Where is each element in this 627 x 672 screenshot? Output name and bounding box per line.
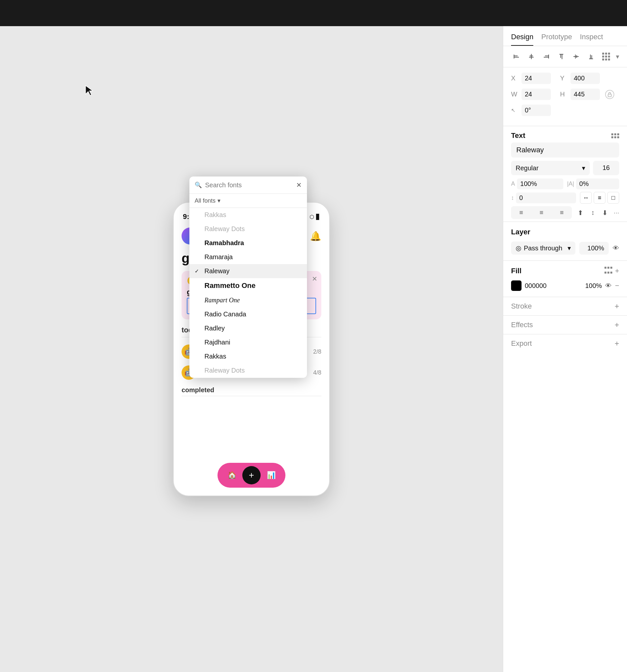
effects-section: Effects + bbox=[503, 315, 627, 334]
font-item-raleway-dots-1[interactable]: Raleway Dots bbox=[190, 222, 307, 236]
layer-visibility-icon[interactable]: 👁 bbox=[612, 244, 619, 252]
tab-inspect[interactable]: Inspect bbox=[580, 33, 603, 46]
fill-hex-value[interactable]: 000000 bbox=[525, 282, 582, 290]
y-field[interactable]: 400 bbox=[571, 73, 600, 84]
font-search-input[interactable] bbox=[205, 182, 293, 189]
task-count: 4/8 bbox=[313, 369, 321, 376]
x-label: X bbox=[511, 74, 519, 82]
rotation-field[interactable]: 0° bbox=[522, 104, 551, 116]
valign-bottom-button[interactable]: ⬇ bbox=[599, 207, 611, 219]
font-item-rakkas-2[interactable]: Rakkas bbox=[190, 350, 307, 363]
export-add-button[interactable]: + bbox=[615, 339, 619, 348]
svg-rect-7 bbox=[545, 55, 548, 56]
text-valign-group: ⬆ ↕ ⬇ bbox=[574, 207, 611, 219]
valign-middle-button[interactable]: ↕ bbox=[588, 207, 598, 219]
close-icon[interactable]: ✕ bbox=[312, 275, 318, 283]
constrain-icon[interactable] bbox=[605, 90, 614, 99]
font-item-rampart-one[interactable]: Rampart One bbox=[190, 293, 307, 307]
fill-opacity-value[interactable]: 100% bbox=[585, 282, 602, 290]
layer-section: Layer ◎ Pass through ▾ 100% 👁 bbox=[503, 222, 627, 261]
font-item-radley[interactable]: Radley bbox=[190, 321, 307, 335]
home-nav-button[interactable]: 🏠 bbox=[224, 467, 240, 483]
stats-nav-button[interactable]: 📊 bbox=[263, 467, 279, 483]
add-nav-button[interactable]: + bbox=[242, 466, 260, 484]
export-section: Export + bbox=[503, 334, 627, 353]
text-wrap-button[interactable]: □ bbox=[607, 192, 619, 203]
fill-remove-button[interactable]: − bbox=[615, 282, 619, 290]
h-field[interactable]: 445 bbox=[571, 89, 600, 100]
align-text-right-button[interactable]: ≡ bbox=[552, 206, 572, 219]
font-item-ramabhadra-2[interactable]: Ramabhadra bbox=[190, 378, 307, 378]
align-center-h-button[interactable] bbox=[526, 51, 536, 62]
filter-label: All fonts bbox=[195, 197, 216, 204]
svg-rect-6 bbox=[548, 54, 549, 58]
more-options-icon[interactable]: ▾ bbox=[616, 53, 619, 61]
align-top-button[interactable] bbox=[556, 51, 567, 62]
grid-icon bbox=[602, 53, 610, 61]
y-label: Y bbox=[560, 74, 568, 82]
align-right-button[interactable] bbox=[541, 51, 552, 62]
line-height-field[interactable]: 0 bbox=[516, 193, 576, 203]
color-swatch[interactable] bbox=[511, 281, 522, 291]
line-height-prop: ↕ 0 bbox=[511, 193, 576, 203]
font-size-field[interactable]: 16 bbox=[593, 161, 619, 175]
font-filter-button[interactable]: All fonts ▾ bbox=[195, 197, 302, 204]
font-item-raleway[interactable]: ✓ Raleway bbox=[190, 264, 307, 278]
fill-options-icon[interactable] bbox=[604, 267, 612, 275]
align-text-center-button[interactable]: ≡ bbox=[531, 206, 552, 219]
text-align-group: ≡ ≡ ≡ bbox=[511, 206, 572, 219]
fill-add-button[interactable]: + bbox=[615, 267, 619, 275]
svg-rect-16 bbox=[590, 54, 591, 58]
scale-field[interactable]: 100% bbox=[517, 178, 563, 189]
bell-icon[interactable]: 🔔 bbox=[310, 231, 321, 242]
effects-add-button[interactable]: + bbox=[615, 320, 619, 330]
align-middle-button[interactable] bbox=[571, 51, 581, 62]
rotation-row: ↖ 0° bbox=[511, 104, 619, 116]
align-left-button[interactable] bbox=[511, 51, 522, 62]
font-item-ramabhadra-1[interactable]: Ramabhadra bbox=[190, 236, 307, 250]
w-field[interactable]: 24 bbox=[522, 89, 551, 100]
svg-rect-3 bbox=[531, 54, 532, 59]
font-item-rakkas-1[interactable]: Rakkas bbox=[190, 208, 307, 222]
letter-spacing-prop: |A| 0% bbox=[567, 178, 620, 189]
tab-design[interactable]: Design bbox=[511, 33, 533, 46]
stroke-add-button[interactable]: + bbox=[615, 302, 619, 311]
text-horizontal-button[interactable]: ↔ bbox=[580, 192, 592, 203]
align-text-left-button[interactable]: ≡ bbox=[511, 206, 531, 219]
text-overflow-button[interactable]: ≡ bbox=[594, 192, 605, 203]
letter-spacing-icon: |A| bbox=[567, 181, 574, 187]
text-more-button[interactable]: ··· bbox=[613, 209, 619, 216]
font-name-field[interactable]: Raleway bbox=[511, 143, 619, 158]
wifi-icon: ⬡ bbox=[309, 214, 314, 220]
font-item-radio-canada[interactable]: Radio Canada bbox=[190, 307, 307, 321]
completed-label: completed bbox=[181, 386, 321, 394]
font-item-ramaraja-1[interactable]: Ramaraja bbox=[190, 250, 307, 264]
tab-prototype[interactable]: Prototype bbox=[541, 33, 572, 46]
canvas-area: 9:41 ▲▲▲ ⬡ ▊ habitz 🔔 good morning ✕ 🙂 g… bbox=[0, 26, 503, 672]
task-count: 2/8 bbox=[313, 349, 321, 355]
close-icon[interactable]: ✕ bbox=[296, 181, 302, 189]
font-item-rajdhani[interactable]: Rajdhani bbox=[190, 335, 307, 350]
fill-visibility-icon[interactable]: 👁 bbox=[605, 282, 612, 290]
blend-mode-field[interactable]: ◎ Pass through ▾ bbox=[511, 242, 575, 255]
x-field[interactable]: 24 bbox=[522, 73, 551, 84]
font-style-field[interactable]: Regular ▾ bbox=[511, 161, 590, 175]
align-bottom-button[interactable] bbox=[586, 51, 596, 62]
blend-mode-arrow-icon: ▾ bbox=[568, 244, 571, 252]
stroke-label: Stroke bbox=[511, 302, 532, 311]
font-item-raleway-dots-2[interactable]: Raleway Dots bbox=[190, 363, 307, 378]
font-item-rammetto-one[interactable]: Rammetto One bbox=[190, 278, 307, 293]
letter-spacing-field[interactable]: 0% bbox=[576, 178, 619, 189]
fill-section-title: Fill bbox=[511, 267, 522, 275]
scale-prop: A 100% bbox=[511, 178, 563, 189]
opacity-field[interactable]: 100% bbox=[579, 242, 609, 255]
blend-mode-icon: ◎ bbox=[516, 244, 521, 252]
svg-rect-17 bbox=[592, 55, 592, 58]
align-toolbar: ▾ bbox=[503, 46, 627, 67]
valign-top-button[interactable]: ⬆ bbox=[574, 207, 586, 219]
distribute-button[interactable] bbox=[601, 51, 611, 62]
text-options-icon[interactable] bbox=[611, 134, 619, 138]
font-search-bar: 🔍 ✕ bbox=[190, 176, 307, 194]
svg-rect-2 bbox=[514, 57, 519, 57]
fill-section: Fill + 000000 100% 👁 − bbox=[503, 261, 627, 297]
